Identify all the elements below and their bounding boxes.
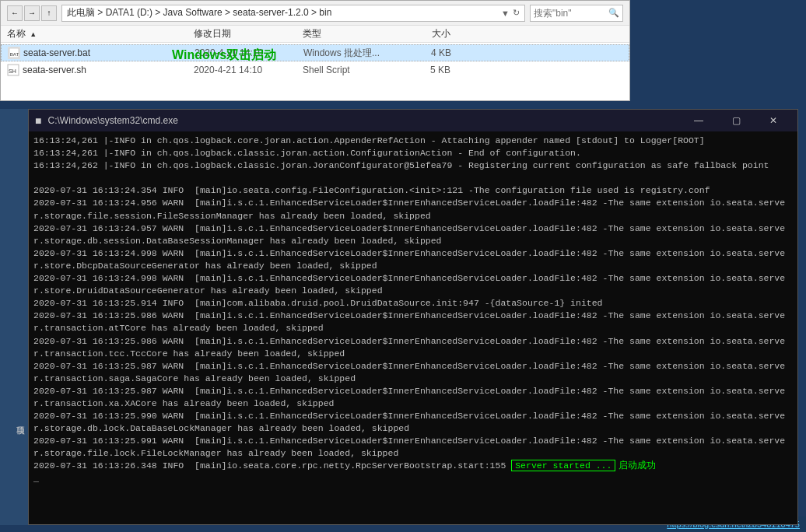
file-size-sh: 5 KB xyxy=(404,65,450,75)
server-started-badge: Server started ... xyxy=(511,460,615,471)
cmd-cursor-line: _ xyxy=(33,473,793,485)
cmd-line: 16:13:24,262 |-INFO in ch.qos.logback.cl… xyxy=(33,159,793,172)
cmd-line: 2020-07-31 16:13:25.986 WARN [main]i.s.c… xyxy=(33,310,793,334)
address-bar[interactable]: 此电脑 > DATA1 (D:) > Java Software > seata… xyxy=(61,5,525,22)
search-box[interactable]: 🔍 xyxy=(530,5,623,22)
file-size-bat: 4 KB xyxy=(405,47,451,58)
cmd-window: ■ C:\Windows\system32\cmd.exe — ▢ ✕ 16:1… xyxy=(28,109,798,525)
cmd-line: 2020-07-31 16:13:25.990 WARN [main]i.s.c… xyxy=(33,410,793,435)
cmd-line: 2020-07-31 16:13:24.956 WARN [main]i.s.c… xyxy=(33,197,793,222)
col-header-type[interactable]: 类型 xyxy=(303,27,404,40)
cmd-line: 16:13:24,261 |-INFO in ch.qos.logback.cl… xyxy=(33,147,793,159)
cmd-close-button[interactable]: ✕ xyxy=(755,110,791,131)
bat-file-icon: BAT xyxy=(8,47,20,59)
cmd-line: 2020-07-31 16:13:24.998 WARN [main]i.s.c… xyxy=(33,247,793,272)
sort-arrow-name: ▲ xyxy=(30,30,37,38)
search-input[interactable] xyxy=(534,8,608,19)
col-header-date[interactable]: 修改日期 xyxy=(194,27,303,40)
explorer-titlebar: ← → ↑ 此电脑 > DATA1 (D:) > Java Software >… xyxy=(1,1,629,26)
cmd-controls: — ▢ ✕ xyxy=(681,110,791,131)
left-sidebar xyxy=(0,109,28,525)
up-button[interactable]: ↑ xyxy=(41,5,57,21)
explorer-window: ← → ↑ 此电脑 > DATA1 (D:) > Java Software >… xyxy=(0,0,630,101)
file-type-bat: Windows 批处理... xyxy=(303,47,405,60)
nav-buttons: ← → ↑ xyxy=(7,5,57,21)
col-header-size[interactable]: 大小 xyxy=(404,27,450,40)
cmd-titlebar: ■ C:\Windows\system32\cmd.exe — ▢ ✕ xyxy=(29,110,797,131)
cmd-line: 2020-07-31 16:13:25.987 WARN [main]i.s.c… xyxy=(33,385,793,410)
refresh-icon[interactable]: ↻ xyxy=(513,8,520,18)
cmd-line: 2020-07-31 16:13:25.986 WARN [main]i.s.c… xyxy=(33,335,793,360)
address-dropdown-icon[interactable]: ▼ xyxy=(501,9,510,18)
file-type-sh: Shell Script xyxy=(303,65,404,75)
file-list: BAT seata-server.bat 2020-4-21 14:10 Win… xyxy=(1,43,629,80)
cmd-line: 2020-07-31 16:13:24.998 WARN [main]i.s.c… xyxy=(33,272,793,297)
win-double-click-label: Windows双击启动 xyxy=(172,47,276,64)
file-row[interactable]: SH seata-server.sh 2020-4-21 14:10 Shell… xyxy=(1,61,629,79)
cmd-icon: ■ xyxy=(35,114,41,127)
file-row[interactable]: BAT seata-server.bat 2020-4-21 14:10 Win… xyxy=(1,44,629,61)
cmd-line: 2020-07-31 16:13:25.991 WARN [main]i.s.c… xyxy=(33,435,793,460)
cmd-last-line: 2020-07-31 16:13:26.348 INFO [main]io.se… xyxy=(33,460,793,472)
svg-text:SH: SH xyxy=(9,68,16,74)
cmd-line: 16:13:24,261 |-INFO in ch.qos.logback.co… xyxy=(33,135,793,147)
cmd-line: 2020-07-31 16:13:25.914 INFO [main]com.a… xyxy=(33,297,793,310)
cmd-cursor: _ xyxy=(33,474,39,484)
address-text: 此电脑 > DATA1 (D:) > Java Software > seata… xyxy=(67,6,498,19)
file-name-sh: seata-server.sh xyxy=(23,65,194,75)
cmd-content: 16:13:24,261 |-INFO in ch.qos.logback.co… xyxy=(29,131,797,524)
cmd-line xyxy=(33,172,793,184)
sh-file-icon: SH xyxy=(7,64,19,76)
back-button[interactable]: ← xyxy=(7,5,23,21)
search-icon: 🔍 xyxy=(608,8,619,18)
forward-button[interactable]: → xyxy=(24,5,40,21)
cmd-line: 2020-07-31 16:13:25.987 WARN [main]i.s.c… xyxy=(33,360,793,385)
cmd-line: 2020-07-31 16:13:24.957 WARN [main]i.s.c… xyxy=(33,222,793,247)
cmd-title: C:\Windows\system32\cmd.exe xyxy=(47,115,681,126)
cmd-maximize-button[interactable]: ▢ xyxy=(718,110,754,131)
svg-text:BAT: BAT xyxy=(10,51,19,57)
col-header-name[interactable]: 名称 ▲ xyxy=(7,27,194,40)
cmd-line: 2020-07-31 16:13:24.354 INFO [main]io.se… xyxy=(33,184,793,197)
file-date-sh: 2020-4-21 14:10 xyxy=(194,65,303,75)
column-headers: 名称 ▲ 修改日期 类型 大小 xyxy=(1,26,629,43)
file-name-bat: seata-server.bat xyxy=(23,47,194,58)
cmd-minimize-button[interactable]: — xyxy=(681,110,717,131)
start-success-label: 启动成功 xyxy=(619,460,656,471)
project-label: 项目 xyxy=(0,417,28,423)
